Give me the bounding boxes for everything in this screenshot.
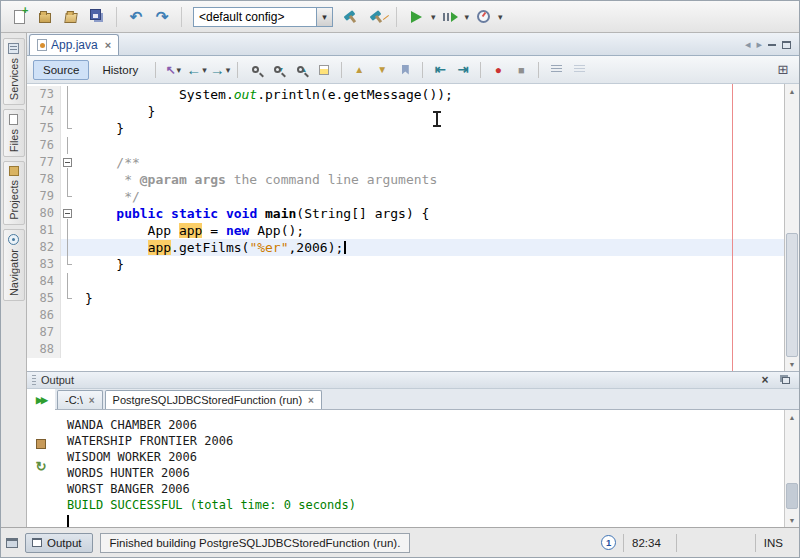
output-dock-button[interactable]: Output xyxy=(25,533,93,553)
history-view-button[interactable]: History xyxy=(92,60,148,80)
line-number[interactable]: 86 xyxy=(27,307,61,324)
line-number[interactable]: 81 xyxy=(27,222,61,239)
scroll-up-icon[interactable]: ▲ xyxy=(785,410,799,424)
fold-margin[interactable] xyxy=(61,239,75,256)
fold-margin[interactable] xyxy=(61,188,75,205)
scrollbar-track[interactable] xyxy=(785,98,799,357)
toggle-highlight-button[interactable] xyxy=(314,60,334,80)
code-text[interactable] xyxy=(75,273,784,290)
stop-build-button[interactable] xyxy=(31,435,51,453)
scrollbar-thumb[interactable] xyxy=(786,233,798,357)
save-all-button[interactable] xyxy=(85,5,109,29)
line-number[interactable]: 78 xyxy=(27,171,61,188)
build-project-button[interactable] xyxy=(339,5,363,29)
next-occurrence-button[interactable]: ▼ xyxy=(372,60,392,80)
maximize-window-icon[interactable] xyxy=(782,41,791,49)
chevron-down-icon[interactable]: ▾ xyxy=(316,8,332,26)
code-text[interactable]: /** xyxy=(75,154,784,171)
output-text[interactable]: WANDA CHAMBER 2006WATERSHIP FRONTIER 200… xyxy=(55,410,784,527)
drag-grip-icon[interactable] xyxy=(32,375,36,386)
toggle-bookmark-button[interactable] xyxy=(395,60,415,80)
shift-left-button[interactable]: ⇤ xyxy=(430,60,450,80)
find-next-button[interactable]: ▾ xyxy=(268,60,288,80)
output-tab-c-drive[interactable]: -C:\ × xyxy=(57,390,103,409)
editor-scrollbar[interactable]: ▲ ▼ xyxy=(784,84,799,371)
line-number[interactable]: 75 xyxy=(27,120,61,137)
uncomment-button[interactable] xyxy=(569,60,589,80)
comment-button[interactable] xyxy=(546,60,566,80)
fold-margin[interactable] xyxy=(61,341,75,358)
config-select[interactable]: <default config> ▾ xyxy=(193,7,333,27)
code-text[interactable]: } xyxy=(75,256,784,273)
find-previous-button[interactable]: ▴ xyxy=(291,60,311,80)
output-scrollbar[interactable]: ▲ ▼ xyxy=(784,410,799,527)
source-view-button[interactable]: Source xyxy=(33,60,89,80)
new-file-button[interactable] xyxy=(7,5,31,29)
line-number[interactable]: 77 xyxy=(27,154,61,171)
profile-project-button[interactable] xyxy=(471,5,495,29)
code-text[interactable]: app.getFilms("%er",2006); xyxy=(75,239,784,256)
run-dropdown-icon[interactable]: ▾ xyxy=(431,12,436,22)
fold-margin[interactable] xyxy=(61,222,75,239)
fold-glyph[interactable] xyxy=(63,158,72,167)
tab-close-icon[interactable]: × xyxy=(105,39,111,51)
line-number[interactable]: 88 xyxy=(27,341,61,358)
line-number[interactable]: 87 xyxy=(27,324,61,341)
scroll-tabs-right-icon[interactable]: ▸ xyxy=(756,38,762,51)
line-number[interactable]: 80 xyxy=(27,205,61,222)
ant-settings-button[interactable]: ↻ xyxy=(31,457,51,475)
code-text[interactable]: System.out.println(e.getMessage()); xyxy=(75,86,784,103)
run-project-button[interactable] xyxy=(404,5,428,29)
profile-dropdown-icon[interactable]: ▾ xyxy=(498,12,503,22)
output-close-button[interactable]: × xyxy=(757,373,773,387)
fold-glyph[interactable] xyxy=(63,209,72,218)
scroll-down-icon[interactable]: ▼ xyxy=(785,513,799,527)
code-text[interactable]: } xyxy=(75,103,784,120)
output-float-button[interactable] xyxy=(778,373,794,387)
fold-margin[interactable] xyxy=(61,324,75,341)
fold-margin[interactable] xyxy=(61,290,75,307)
rerun-button[interactable]: ▶▶ xyxy=(31,391,51,409)
scrollbar-thumb[interactable] xyxy=(786,483,798,510)
back-button[interactable]: ←▾ xyxy=(186,60,207,80)
tab-close-icon[interactable]: × xyxy=(89,395,95,406)
debug-dropdown-icon[interactable]: ▾ xyxy=(465,12,470,22)
fold-margin[interactable] xyxy=(61,171,75,188)
last-edit-button[interactable]: ↖▾ xyxy=(163,60,183,80)
scroll-up-icon[interactable]: ▲ xyxy=(785,84,799,98)
code-text[interactable]: public static void main(String[] args) { xyxy=(75,205,784,222)
minimize-window-icon[interactable] xyxy=(768,44,776,46)
code-text[interactable]: } xyxy=(75,290,784,307)
code-text[interactable]: } xyxy=(75,120,784,137)
code-text[interactable] xyxy=(75,341,784,358)
line-number[interactable]: 82 xyxy=(27,239,61,256)
scrollbar-track[interactable] xyxy=(785,424,799,513)
line-number[interactable]: 76 xyxy=(27,137,61,154)
code-text[interactable] xyxy=(75,324,784,341)
code-text[interactable] xyxy=(75,307,784,324)
fold-margin[interactable] xyxy=(61,154,75,171)
line-number[interactable]: 84 xyxy=(27,273,61,290)
code-text[interactable] xyxy=(75,137,784,154)
line-number[interactable]: 74 xyxy=(27,103,61,120)
sidebar-item-files[interactable]: Files xyxy=(3,109,25,157)
fold-margin[interactable] xyxy=(61,103,75,120)
forward-button[interactable]: →▾ xyxy=(210,60,231,80)
undo-button[interactable]: ↶ xyxy=(124,5,148,29)
editor-lines[interactable]: 73 System.out.println(e.getMessage());74… xyxy=(27,84,784,371)
fold-margin[interactable] xyxy=(61,137,75,154)
code-text[interactable]: */ xyxy=(75,188,784,205)
redo-button[interactable]: ↷ xyxy=(150,5,174,29)
tab-close-icon[interactable]: × xyxy=(308,395,314,406)
fold-margin[interactable] xyxy=(61,256,75,273)
clean-build-button[interactable] xyxy=(365,5,389,29)
sidebar-item-navigator[interactable]: Navigator xyxy=(3,229,25,301)
fold-margin[interactable] xyxy=(61,120,75,137)
open-project-button[interactable] xyxy=(59,5,83,29)
debug-project-button[interactable] xyxy=(438,5,462,29)
code-text[interactable]: App app = new App(); xyxy=(75,222,784,239)
editor-split-button[interactable]: ⊞ xyxy=(773,60,793,80)
sidebar-item-projects[interactable]: Projects xyxy=(3,161,25,225)
tab-app-java[interactable]: App.java × xyxy=(29,34,119,55)
stop-macro-recording-button[interactable]: ■ xyxy=(511,60,531,80)
